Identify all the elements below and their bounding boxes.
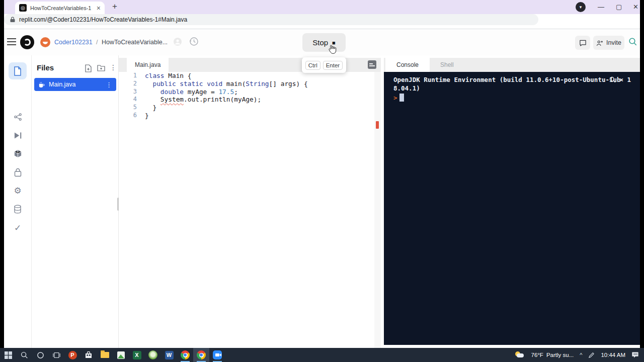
replit-logo-icon[interactable]	[20, 35, 34, 49]
invite-label: Invite	[606, 39, 621, 46]
terminal-cursor	[399, 94, 404, 102]
powerpoint-icon[interactable]: P	[64, 348, 80, 362]
weather-icon[interactable]	[515, 351, 525, 358]
url-text: replit.com/@Coder102231/HowToCreateVaria…	[19, 16, 187, 23]
tab-title: HowToCreateVariables-1 - Replit	[30, 5, 93, 11]
task-view-icon[interactable]	[48, 348, 64, 362]
rail-settings-gear-icon[interactable]: ⚙	[9, 182, 27, 199]
line-number: 2	[119, 80, 145, 88]
line-number: 5	[119, 104, 145, 112]
clock[interactable]: 10:44 AM	[601, 352, 625, 358]
replit-app: Coder102231 / HowToCreateVariable... Sto…	[4, 29, 640, 348]
add-folder-icon[interactable]	[97, 64, 105, 71]
taskbar-search-icon[interactable]	[16, 348, 32, 362]
console-controls: × 1	[609, 76, 631, 83]
replit-header: Coder102231 / HowToCreateVariable... Sto…	[4, 29, 640, 55]
code-lines[interactable]: 1class Main {2 public static void main(S…	[119, 72, 374, 120]
green-app-icon[interactable]	[145, 348, 161, 362]
rail-run-icon[interactable]	[9, 127, 27, 144]
word-icon[interactable]: W	[161, 348, 177, 362]
console-output: OpenJDK Runtime Environment (build 11.0.…	[393, 76, 630, 93]
system-tray: 76°F Partly su... ^ 10:44 AM	[515, 351, 644, 358]
keycap-enter: Enter	[323, 61, 343, 70]
rail-version-control-icon[interactable]	[9, 108, 27, 125]
user-avatar[interactable]	[40, 37, 50, 47]
browser-toolbar: ← → ⟳ replit.com/@Coder102231/HowToCreat…	[4, 14, 640, 29]
invite-button[interactable]: Invite	[593, 36, 624, 50]
browser-tab[interactable]: ◎ HowToCreateVariables-1 - Replit ×	[15, 2, 105, 14]
chrome-icon[interactable]	[177, 348, 193, 362]
history-icon[interactable]	[189, 37, 199, 46]
window-close-button[interactable]: ✕	[633, 3, 638, 11]
file-explorer-icon[interactable]	[97, 348, 113, 362]
breadcrumb-username[interactable]: Coder102231	[54, 39, 93, 46]
address-bar[interactable]: replit.com/@Coder102231/HowToCreateVaria…	[4, 14, 538, 25]
header-search-icon[interactable]	[628, 37, 637, 46]
rail-database-icon[interactable]	[9, 201, 27, 218]
browser-tab-strip: ◎ HowToCreateVariables-1 - Replit × + ▾ …	[4, 0, 640, 14]
chrome-active-icon[interactable]	[193, 348, 209, 362]
console-search-icon[interactable]	[609, 76, 616, 83]
new-tab-button[interactable]: +	[112, 2, 117, 12]
zoom-app-icon[interactable]	[209, 348, 225, 362]
code-editor: Main.java 1class Main {2 public static v…	[119, 55, 381, 348]
start-button[interactable]	[0, 348, 16, 362]
files-panel: Files ⋮ Main.java ⋮	[32, 55, 119, 348]
code-line[interactable]: 6}	[119, 112, 374, 120]
code-line[interactable]: 5 }	[119, 104, 374, 112]
rail-secrets-lock-icon[interactable]	[9, 164, 27, 181]
prompt-caret: >	[393, 94, 397, 102]
microsoft-store-icon[interactable]	[80, 348, 97, 362]
add-file-icon[interactable]	[85, 64, 92, 72]
console-clear-label[interactable]: × 1	[619, 76, 631, 83]
tray-expand-icon[interactable]: ^	[580, 352, 582, 358]
person-plus-icon	[596, 40, 603, 46]
photos-app-icon[interactable]	[113, 348, 129, 362]
replit-favicon-icon: ◎	[19, 4, 27, 12]
pen-icon[interactable]	[588, 352, 595, 358]
window-maximize-button[interactable]: ▢	[616, 3, 622, 11]
browser-profile-chevron-icon[interactable]: ▾	[576, 2, 586, 12]
tab-shell[interactable]: Shell	[429, 58, 465, 72]
console-tab-bar: Console Shell	[384, 58, 640, 72]
chat-button[interactable]	[575, 36, 590, 50]
file-row-main-java[interactable]: Main.java ⋮	[34, 78, 116, 91]
code-line[interactable]: 4 System.out.println(myAge);	[119, 96, 374, 104]
run-shortcut-tooltip: Ctrl Enter	[302, 57, 346, 73]
window-minimize-button[interactable]: —	[598, 3, 604, 11]
editor-tab-main-java[interactable]: Main.java	[127, 58, 169, 72]
line-number: 4	[119, 96, 145, 104]
console-terminal[interactable]: OpenJDK Runtime Environment (build 11.0.…	[384, 72, 640, 345]
stop-label: Stop	[312, 38, 328, 47]
tab-close-icon[interactable]: ×	[97, 4, 101, 12]
rail-files-icon[interactable]	[9, 62, 27, 79]
desktop-screen: ◎ HowToCreateVariables-1 - Replit × + ▾ …	[0, 0, 644, 362]
line-number: 1	[119, 72, 145, 80]
hamburger-menu-icon[interactable]	[7, 36, 16, 47]
stop-button[interactable]: Stop ■	[302, 33, 346, 52]
editor-scrollbar[interactable]	[374, 72, 381, 348]
file-name: Main.java	[49, 81, 102, 88]
weather-temp[interactable]: 76°F	[531, 352, 543, 358]
files-menu-kebab-icon[interactable]: ⋮	[110, 63, 117, 71]
line-number: 6	[119, 112, 145, 120]
code-line[interactable]: 3 double myAge = 17.5;	[119, 88, 374, 96]
notifications-icon[interactable]	[631, 351, 639, 358]
code-line[interactable]: 2 public static void main(String[] args)…	[119, 80, 374, 88]
cortana-icon[interactable]	[32, 348, 48, 362]
line-number: 3	[119, 88, 145, 96]
console-panel: Console Shell OpenJDK Runtime Environmen…	[384, 55, 640, 348]
files-panel-title: Files	[37, 63, 54, 72]
weather-desc[interactable]: Partly su...	[546, 352, 574, 358]
tab-console[interactable]: Console	[385, 58, 430, 72]
breadcrumb-project[interactable]: HowToCreateVariable...	[102, 39, 168, 46]
breadcrumb-separator: /	[96, 39, 98, 46]
file-kebab-icon[interactable]: ⋮	[106, 81, 112, 88]
keycap-ctrl: Ctrl	[305, 61, 320, 70]
excel-icon[interactable]: X	[129, 348, 145, 362]
code-line[interactable]: 1class Main {	[119, 72, 374, 80]
rail-packages-icon[interactable]	[9, 145, 27, 162]
rail-checks-icon[interactable]: ✓	[9, 219, 27, 236]
error-marker	[376, 121, 379, 129]
layout-toggle-icon[interactable]	[368, 60, 376, 69]
